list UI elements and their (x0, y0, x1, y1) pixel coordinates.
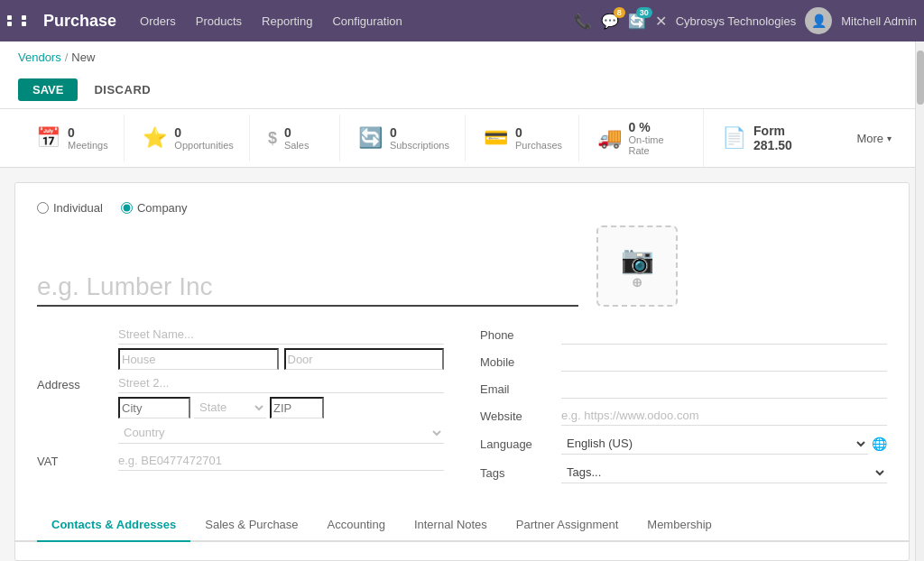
company-name-input[interactable] (37, 269, 578, 307)
tab-internal-notes[interactable]: Internal Notes (400, 509, 502, 542)
language-label: Language (480, 437, 561, 451)
menu-reporting[interactable]: Reporting (253, 11, 321, 32)
stat-form[interactable]: 📄 Form 281.50 (704, 113, 842, 163)
tab-partner-assignment[interactable]: Partner Assignment (502, 509, 633, 542)
phone-input[interactable] (561, 325, 887, 345)
tab-sales-purchase[interactable]: Sales & Purchase (190, 509, 312, 542)
apps-icon[interactable] (7, 15, 34, 26)
breadcrumb-current: New (71, 51, 95, 64)
opportunities-label: Opportunities (174, 140, 233, 151)
purchases-count: 0 (515, 125, 562, 140)
scrollbar[interactable] (915, 41, 924, 561)
add-photo-icon: ⊕ (632, 275, 642, 290)
activity-badge-wrap[interactable]: 🔄 30 (628, 13, 646, 30)
sales-count: 0 (284, 125, 310, 140)
activity-badge: 30 (636, 7, 652, 18)
subscriptions-count: 0 (390, 125, 449, 140)
close-icon[interactable]: ✕ (655, 13, 667, 30)
city-input[interactable] (118, 397, 190, 418)
top-navigation: Purchase Orders Products Reporting Confi… (0, 0, 924, 41)
tags-select[interactable]: Tags... (561, 462, 887, 483)
company-radio[interactable] (121, 202, 133, 214)
mobile-label: Mobile (480, 355, 561, 369)
breadcrumb: Vendors / New (18, 51, 906, 64)
stat-purchases[interactable]: 💳 0 Purchases (466, 115, 578, 161)
company-label: Company (137, 201, 188, 215)
ontime-label: On-time Rate (629, 134, 686, 156)
breadcrumb-parent[interactable]: Vendors (18, 51, 61, 64)
address-fields: State Country (118, 325, 444, 444)
topnav-right: 📞 💬 8 🔄 30 ✕ Cybrosys Technologies 👤 Mit… (574, 7, 917, 34)
subscriptions-icon: 🔄 (358, 126, 383, 150)
address-label: Address (37, 378, 118, 391)
chat-badge: 8 (614, 7, 625, 18)
stat-ontime[interactable]: 🚚 0 % On-time Rate (579, 109, 705, 167)
menu-configuration[interactable]: Configuration (323, 11, 411, 32)
app-title[interactable]: Purchase (43, 12, 116, 31)
website-row: Website (480, 406, 887, 426)
language-row: Language English (US) 🌐 (480, 433, 887, 455)
individual-option[interactable]: Individual (37, 201, 103, 215)
house-input[interactable] (118, 348, 279, 370)
stat-opportunities[interactable]: ⭐ 0 Opportunities (125, 115, 250, 161)
language-select[interactable]: English (US) (561, 433, 868, 455)
photo-upload[interactable]: 📷 ⊕ (596, 225, 678, 307)
tab-membership[interactable]: Membership (633, 509, 726, 542)
breadcrumb-separator: / (65, 51, 69, 64)
breadcrumb-bar: Vendors / New SAVE DISCARD (0, 41, 924, 109)
vat-input[interactable] (118, 451, 444, 471)
mobile-row: Mobile (480, 352, 887, 372)
ontime-icon: 🚚 (597, 126, 622, 150)
action-bar: SAVE DISCARD (18, 71, 906, 108)
meetings-label: Meetings (68, 140, 108, 151)
phone-row: Phone (480, 325, 887, 345)
door-input[interactable] (284, 348, 445, 370)
phone-icon[interactable]: 📞 (574, 13, 592, 30)
globe-icon: 🌐 (872, 437, 887, 451)
menu-orders[interactable]: Orders (131, 11, 185, 32)
individual-label: Individual (53, 201, 103, 215)
stat-sales[interactable]: $ 0 Sales (250, 115, 340, 161)
address-row: Address State (37, 325, 444, 444)
tab-accounting[interactable]: Accounting (313, 509, 400, 542)
company-option[interactable]: Company (121, 201, 188, 215)
street2-input[interactable] (118, 373, 444, 393)
main-menu: Orders Products Reporting Configuration (131, 11, 570, 32)
purchases-label: Purchases (515, 140, 562, 151)
chat-badge-wrap[interactable]: 💬 8 (601, 13, 619, 30)
avatar[interactable]: 👤 (805, 7, 832, 34)
more-label: More (856, 132, 883, 145)
discard-button[interactable]: DISCARD (85, 78, 160, 101)
tab-contacts[interactable]: Contacts & Addresses (37, 509, 190, 542)
stat-subscriptions[interactable]: 🔄 0 Subscriptions (340, 115, 466, 161)
more-chevron-icon: ▾ (887, 133, 892, 143)
vat-row: VAT (37, 451, 444, 471)
main-form: Individual Company 📷 ⊕ Address (14, 182, 910, 561)
menu-products[interactable]: Products (187, 11, 251, 32)
stat-meetings[interactable]: 📅 0 Meetings (18, 115, 125, 161)
email-row: Email (480, 379, 887, 399)
purchases-icon: 💳 (484, 126, 508, 150)
entity-type-group: Individual Company (37, 201, 887, 215)
email-input[interactable] (561, 379, 887, 399)
website-input[interactable] (561, 406, 887, 426)
meetings-icon: 📅 (36, 126, 60, 150)
subscriptions-label: Subscriptions (390, 140, 449, 151)
more-button[interactable]: More ▾ (842, 121, 906, 156)
individual-radio[interactable] (37, 202, 49, 214)
address-section: Address State (37, 325, 444, 491)
website-label: Website (480, 409, 561, 423)
stats-bar: 📅 0 Meetings ⭐ 0 Opportunities $ 0 Sales… (0, 109, 924, 168)
zip-input[interactable] (270, 397, 324, 418)
scrollbar-thumb[interactable] (917, 51, 924, 105)
tabs-bar: Contacts & Addresses Sales & Purchase Ac… (15, 509, 909, 542)
city-state-zip-row: State (118, 397, 444, 418)
save-button[interactable]: SAVE (18, 78, 78, 101)
sales-label: Sales (284, 140, 310, 151)
mobile-input[interactable] (561, 352, 887, 372)
contact-section: Phone Mobile Email Website Language Engl… (480, 325, 887, 491)
country-select[interactable]: Country (118, 422, 444, 444)
state-select[interactable]: State (194, 397, 266, 418)
form-value: Form 281.50 (753, 124, 824, 152)
street-input[interactable] (118, 325, 444, 345)
